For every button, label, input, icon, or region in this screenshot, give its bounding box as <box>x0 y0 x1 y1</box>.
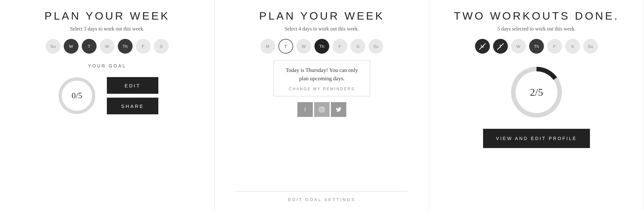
panel1-goal-label: YOUR GOAL <box>88 63 126 68</box>
day3-s[interactable]: S <box>565 39 580 54</box>
panel2-subtitle: Select 4 days to work out this week. <box>285 26 359 32</box>
panel2-social-row: f <box>297 102 346 117</box>
day3-w[interactable]: W <box>511 39 526 54</box>
panel-2: PLAN YOUR WEEK Select 4 days to work out… <box>215 0 429 211</box>
day3-su[interactable]: Su <box>583 39 598 54</box>
view-edit-profile-button[interactable]: VIEW AND EDIT PROFILE <box>483 129 590 148</box>
panel1-title: PLAN YOUR WEEK <box>44 10 170 22</box>
day-f[interactable]: F <box>136 39 151 54</box>
day2-f[interactable]: F <box>332 39 347 54</box>
day3-m[interactable]: M <box>475 39 490 54</box>
panel3-donut: 2/5 <box>508 63 565 121</box>
day3-f[interactable]: F <box>547 39 562 54</box>
panel3-goal-value: 2/5 <box>530 86 543 98</box>
panel1-goal-value: 0/5 <box>71 91 82 101</box>
day-su[interactable]: Su <box>46 39 61 54</box>
panel2-days-row: M T W Th F S Su <box>260 39 383 54</box>
panel-3: TWO WORKOUTS DONE. 5 days selected to wo… <box>429 0 644 211</box>
twitter-button[interactable] <box>331 102 346 117</box>
panel3-days-row: M T W Th F S Su <box>475 39 598 54</box>
svg-rect-1 <box>320 107 324 112</box>
panel3-title: TWO WORKOUTS DONE. <box>454 10 619 22</box>
panel1-subtitle: Select 3 days to work out this week. <box>70 26 144 32</box>
day-m[interactable]: M <box>64 39 79 54</box>
edit-goal-settings-link[interactable]: EDIT GOAL SETTINGS <box>236 191 408 202</box>
share-button[interactable]: SHARE <box>107 98 158 114</box>
panel2-tooltip-text: Today is Thursday! You can only plan upc… <box>282 66 362 83</box>
panel1-days-row: Su M T W Th F S <box>46 39 169 54</box>
day-th[interactable]: Th <box>118 39 133 54</box>
panel2-tooltip: Today is Thursday! You can only plan upc… <box>274 60 370 96</box>
panel1-donut: 0/5 <box>56 75 98 117</box>
day3-t[interactable]: T <box>493 39 508 54</box>
day2-m[interactable]: M <box>260 39 275 54</box>
day2-t[interactable]: T <box>278 39 293 54</box>
panel-1: PLAN YOUR WEEK Select 3 days to work out… <box>0 0 215 211</box>
day-t[interactable]: T <box>82 39 97 54</box>
panel1-btn-stack: EDIT SHARE <box>107 77 158 114</box>
day2-s[interactable]: S <box>350 39 365 54</box>
day-w[interactable]: W <box>100 39 115 54</box>
day2-su[interactable]: Su <box>369 39 383 54</box>
day3-th[interactable]: Th <box>529 39 544 54</box>
day-s[interactable]: S <box>154 39 169 54</box>
svg-point-3 <box>323 108 323 109</box>
panel3-subtitle: 5 days selected to work out this week. <box>497 26 576 32</box>
panel1-goal-row: 0/5 EDIT SHARE <box>56 75 158 117</box>
facebook-button[interactable]: f <box>297 102 313 117</box>
day2-w[interactable]: W <box>296 39 311 54</box>
change-reminders-link[interactable]: CHANGE MY REMINDERS <box>289 87 355 91</box>
panel2-title: PLAN YOUR WEEK <box>259 10 384 22</box>
edit-button[interactable]: EDIT <box>107 77 158 94</box>
instagram-button[interactable] <box>314 102 330 117</box>
day2-th[interactable]: Th <box>314 39 329 54</box>
svg-point-2 <box>321 108 323 111</box>
panel1-goal-section: YOUR GOAL 0/5 EDIT SHARE <box>6 63 208 117</box>
